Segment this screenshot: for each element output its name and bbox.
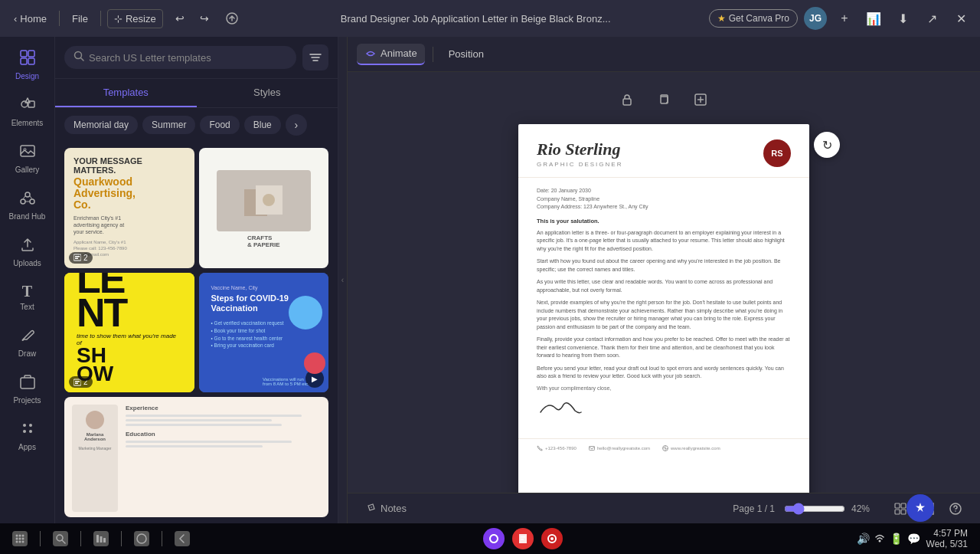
taskbar-battery-icon[interactable]: 🔋 [890,533,903,545]
canva-pro-label: Get Canva Pro [729,13,789,24]
doc-para1: An application letter is a three- or fou… [537,229,791,254]
svg-rect-3 [21,58,27,64]
home-button[interactable]: ‹ Home [8,10,53,28]
resize-button[interactable]: ⊹ Resize [107,9,163,28]
canva-pro-button[interactable]: ★ Get Canva Pro [709,9,798,28]
chip-food[interactable]: Food [200,116,239,134]
search-input[interactable] [89,52,287,64]
uploads-label: Uploads [13,259,41,267]
animate-button[interactable]: Animate [357,44,425,65]
upload-button[interactable] [221,8,243,29]
chip-blue[interactable]: Blue [244,116,281,134]
document-page: Rio Sterling GRAPHIC DESIGNER RS Date: 2… [518,124,809,493]
taskbar-red-app[interactable] [512,528,534,549]
add-icon[interactable] [688,87,713,112]
taskbar-center [190,528,857,549]
taskbar-search-button[interactable] [53,531,68,546]
taskbar-sep4 [162,531,162,546]
svg-point-51 [19,541,21,543]
svg-point-61 [550,537,554,540]
panel-collapse-handle[interactable]: ‹ [338,37,348,523]
apps-label: Apps [18,443,36,451]
svg-point-45 [19,535,21,537]
template-card-covid[interactable]: Vaccine Name, City Steps for COVID-19Vac… [199,273,329,393]
help-button[interactable] [943,497,968,521]
copy-icon[interactable] [652,87,676,112]
doc-container: ↻ Rio Sterling GRAPHIC DESIGNER RS [518,124,809,493]
zoom-slider[interactable] [784,503,845,515]
divider2 [100,11,101,26]
svg-point-27 [263,194,275,206]
svg-point-50 [16,541,18,543]
sidebar-item-elements[interactable]: Elements [3,90,52,133]
svg-point-62 [878,539,880,542]
position-button[interactable]: Position [441,44,492,64]
doc-header: Rio Sterling GRAPHIC DESIGNER RS [518,124,809,178]
taskbar-chat-icon[interactable]: 💬 [907,533,920,545]
taskbar-bars-button[interactable] [93,531,109,546]
share-button[interactable]: ↗ [920,7,943,30]
chips-more-button[interactable]: › [286,114,307,136]
canvas-scroll[interactable]: ↻ Rio Sterling GRAPHIC DESIGNER RS [348,72,980,493]
zoom-percent: 42% [851,503,879,514]
top-bar-left: ‹ Home File ⊹ Resize ↩ ↪ [8,8,243,29]
taskbar-back-button[interactable] [175,531,190,546]
svg-point-17 [29,430,32,433]
file-button[interactable]: File [66,10,94,28]
taskbar-time: 4:57 PM Wed, 5/31 [926,528,968,549]
top-right: ★ Get Canva Pro JG + 📊 ⬇ ↗ ✕ [709,7,972,30]
refresh-button[interactable]: ↻ [814,132,840,158]
chip-memorial-day[interactable]: Memorial day [64,116,138,134]
user-avatar[interactable]: JG [804,7,827,30]
redo-button[interactable]: ↪ [194,8,215,29]
svg-point-44 [16,535,18,537]
plus-button[interactable]: + [833,7,856,30]
taskbar-speaker-icon[interactable]: 🔊 [857,533,870,545]
magic-button[interactable] [906,494,934,522]
undo-button[interactable]: ↩ [169,8,191,29]
download-button[interactable]: ⬇ [891,7,914,30]
sidebar-item-uploads[interactable]: Uploads [3,230,52,274]
doc-role: GRAPHIC DESIGNER [537,161,622,168]
doc-para4: Next, provide examples of why you're the… [537,299,791,331]
text-label: Text [20,303,34,311]
svg-rect-13 [21,378,34,388]
taskbar-circle-button[interactable] [134,531,149,546]
sidebar-item-brand-hub[interactable]: Brand Hub [3,183,52,227]
chip-summer[interactable]: Summer [142,116,195,134]
sidebar-item-draw[interactable]: Draw [3,320,52,364]
doc-body: Date: 20 January 2030 Company Name, Stra… [518,178,809,438]
elements-icon [19,96,36,116]
canvas-doc-wrap: ↻ Rio Sterling GRAPHIC DESIGNER RS [518,87,809,493]
notes-button[interactable]: Notes [360,500,413,517]
template-card-resume[interactable]: MarlanaAnderson Marketing Manager Experi… [64,397,328,517]
taskbar-canva-app[interactable] [483,528,505,549]
template-card-talent[interactable]: TALENT time to show them what you're mad… [64,273,194,393]
template-thumb-talent: TALENT time to show them what you're mad… [64,273,194,393]
taskbar-wifi-icon[interactable] [874,533,885,546]
template-card-advertising[interactable]: YOUR MESSAGE MATTERS. QuarkwoodAdvertisi… [64,148,194,268]
divider [59,11,60,26]
doc-address: Date: 20 January 2030 Company Name, Stra… [537,187,791,211]
svg-rect-22 [74,254,81,261]
sidebar-item-gallery[interactable]: Gallery [3,136,52,180]
taskbar-circle-app[interactable] [541,528,563,549]
lock-icon[interactable] [615,87,639,112]
template-card-crafts[interactable]: CRAFTS& PAPERIE [199,148,329,268]
animate-label: Animate [381,48,417,59]
search-bar [55,37,338,79]
filter-button[interactable] [302,44,328,70]
sidebar-item-projects[interactable]: Projects [3,367,52,411]
chart-icon[interactable]: 📊 [862,7,885,30]
tab-templates[interactable]: Templates [55,79,197,107]
canvas-toolbar: Animate Position [348,37,980,72]
close-button[interactable]: ✕ [949,7,972,30]
taskbar-grid-button[interactable] [12,531,28,546]
sidebar-item-text[interactable]: T Text [3,277,52,317]
search-input-wrap[interactable] [64,46,296,69]
taskbar-left [12,531,190,546]
sidebar-item-apps[interactable]: Apps [3,414,52,457]
tab-styles[interactable]: Styles [197,79,338,107]
sidebar-item-design[interactable]: Design [3,43,52,87]
doc-salutation: This is your salutation. [537,218,791,225]
